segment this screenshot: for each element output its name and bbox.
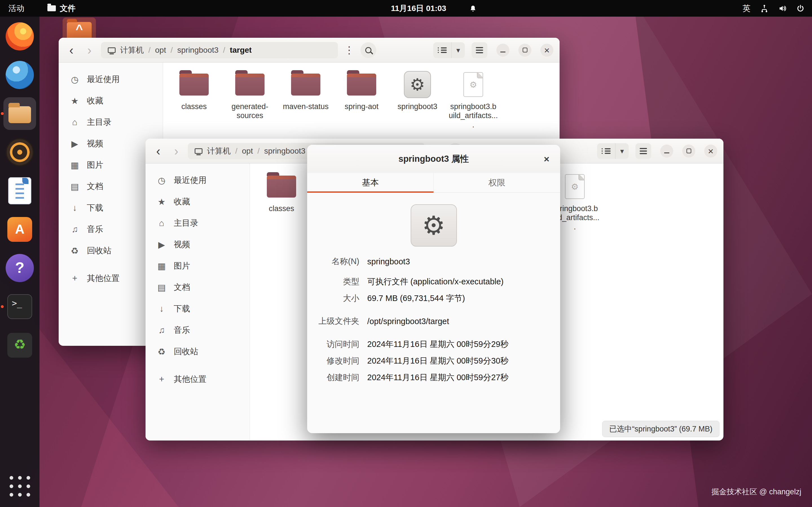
sidebar-item-trash[interactable]: 回收站: [149, 341, 246, 362]
sidebar-item-label: 图片: [174, 261, 190, 272]
rhythmbox-icon: [6, 138, 34, 166]
sidebar-item-videos[interactable]: 视频: [149, 234, 246, 255]
path-segment-computer[interactable]: 计算机: [120, 45, 144, 56]
sidebar-item-home[interactable]: 主目录: [62, 112, 159, 133]
music-icon: [156, 325, 167, 335]
show-applications-button[interactable]: [3, 470, 36, 503]
sidebar-item-label: 音乐: [87, 224, 103, 235]
view-options-dropdown[interactable]: ▾: [615, 143, 629, 159]
forward-button[interactable]: ›: [170, 145, 183, 158]
path-segment-springboot3[interactable]: springboot3: [257, 147, 305, 156]
field-label: 修改时间: [307, 355, 359, 367]
folder-icon: [291, 73, 320, 96]
dialog-tabs: 基本 权限: [307, 173, 560, 193]
focused-app-indicator[interactable]: 文件: [47, 3, 75, 14]
clock[interactable]: 11月16日 01:03: [391, 3, 446, 14]
dock-item-thunderbird[interactable]: [3, 59, 36, 91]
minimize-button[interactable]: [660, 145, 673, 158]
path-segment-computer[interactable]: 计算机: [207, 146, 231, 156]
sidebar-item-music[interactable]: 音乐: [62, 219, 159, 240]
sidebar-item-label: 主目录: [87, 117, 111, 128]
sidebar-item-pictures[interactable]: 图片: [62, 155, 159, 176]
file-tile-classes[interactable]: classes: [168, 70, 220, 111]
sidebar-item-label: 音乐: [174, 325, 190, 336]
list-view-button[interactable]: [433, 47, 451, 53]
home-icon: [69, 117, 80, 127]
path-bar[interactable]: 计算机 opt springboot3 target: [101, 42, 338, 58]
forward-button[interactable]: ›: [83, 44, 96, 57]
tab-basic[interactable]: 基本: [307, 173, 434, 192]
sidebar-item-label: 回收站: [174, 346, 198, 357]
document-icon: [69, 181, 80, 192]
music-icon: [69, 224, 80, 234]
dock-item-libreoffice-writer[interactable]: [3, 174, 36, 207]
maximize-icon: [687, 149, 691, 153]
file-tile-springboot3-build-artifacts[interactable]: springboot3.build_artifacts....: [447, 70, 499, 129]
sidebar-item-recent[interactable]: 最近使用: [149, 170, 246, 191]
sidebar-item-other-locations[interactable]: 其他位置: [149, 369, 246, 390]
folder-icon: [267, 176, 296, 198]
close-button[interactable]: [704, 145, 717, 158]
sidebar-item-downloads[interactable]: 下载: [62, 197, 159, 219]
file-tile-spring-aot[interactable]: spring-aot: [336, 70, 388, 111]
sidebar-item-label: 最近使用: [174, 175, 206, 186]
hamburger-icon: [476, 50, 483, 51]
volume-icon[interactable]: [778, 4, 786, 13]
close-button[interactable]: [541, 44, 553, 57]
path-segment-opt[interactable]: opt: [148, 46, 166, 55]
minimize-button[interactable]: [496, 44, 509, 57]
view-options-dropdown[interactable]: ▾: [451, 42, 465, 58]
field-name: 名称(N) springboot3: [307, 255, 553, 268]
hamburger-menu-button[interactable]: [471, 42, 488, 58]
input-method-indicator[interactable]: 英: [743, 3, 751, 14]
back-button[interactable]: ‹: [65, 44, 78, 57]
field-value: springboot3: [367, 257, 410, 266]
sidebar-item-trash[interactable]: 回收站: [62, 240, 159, 262]
sidebar-item-recent[interactable]: 最近使用: [62, 69, 159, 90]
network-icon[interactable]: [760, 4, 769, 13]
path-segment-target[interactable]: target: [223, 46, 252, 55]
hamburger-menu-button[interactable]: [636, 143, 651, 159]
tab-permissions[interactable]: 权限: [434, 173, 560, 192]
field-value: 69.7 MB (69,731,544 字节): [367, 293, 465, 304]
sidebar-item-pictures[interactable]: 图片: [149, 255, 246, 277]
sidebar-item-downloads[interactable]: 下载: [149, 298, 246, 320]
sidebar-item-documents[interactable]: 文档: [149, 277, 246, 298]
search-button[interactable]: [360, 42, 376, 58]
maximize-button[interactable]: [682, 145, 695, 158]
file-tile-maven-status[interactable]: maven-status: [280, 70, 332, 111]
star-icon: [69, 96, 80, 106]
file-name: springboot3: [397, 102, 437, 111]
dock-item-ubuntu-software[interactable]: [3, 213, 36, 246]
back-button[interactable]: ‹: [152, 145, 165, 158]
dock-item-terminal[interactable]: [3, 290, 36, 323]
sidebar-item-documents[interactable]: 文档: [62, 176, 159, 197]
sidebar-item-home[interactable]: 主目录: [149, 213, 246, 234]
sidebar-item-starred[interactable]: 收藏: [149, 191, 246, 213]
maximize-button[interactable]: [518, 44, 531, 57]
sidebar-item-other-locations[interactable]: 其他位置: [62, 268, 159, 289]
plus-icon: [156, 374, 167, 384]
headerbar: ‹ › 计算机 opt springboot3 target ⋮ ▾: [59, 38, 560, 63]
dock-item-rhythmbox[interactable]: [3, 136, 36, 169]
power-icon[interactable]: [796, 4, 805, 13]
dock-item-help[interactable]: [3, 252, 36, 284]
file-tile-generated-sources[interactable]: generated-sources: [224, 70, 276, 120]
dock: [0, 17, 40, 507]
dock-item-sweeper[interactable]: [3, 329, 36, 361]
path-segment-springboot3[interactable]: springboot3: [171, 46, 218, 55]
file-tile-springboot3[interactable]: springboot3: [392, 70, 443, 111]
list-view-button[interactable]: [597, 148, 615, 154]
dialog-close-button[interactable]: [541, 153, 553, 165]
path-menu-button[interactable]: ⋮: [343, 44, 355, 56]
file-tile-classes[interactable]: classes: [256, 172, 307, 213]
path-segment-opt[interactable]: opt: [235, 147, 253, 156]
dock-item-files[interactable]: [3, 97, 36, 130]
recent-icon: [69, 74, 80, 85]
sidebar-item-starred[interactable]: 收藏: [62, 90, 159, 112]
notification-bell-icon[interactable]: [469, 4, 477, 13]
sidebar-item-music[interactable]: 音乐: [149, 320, 246, 341]
activities-button[interactable]: 活动: [8, 3, 24, 14]
dock-item-firefox[interactable]: [3, 20, 36, 53]
sidebar-item-videos[interactable]: 视频: [62, 133, 159, 155]
